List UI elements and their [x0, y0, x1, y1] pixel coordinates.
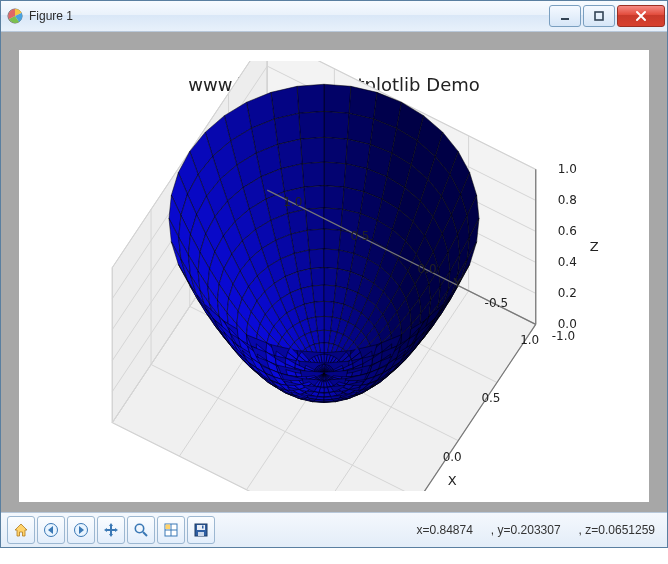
svg-marker-71	[302, 162, 324, 187]
svg-text:Z: Z	[590, 239, 599, 254]
matplotlib-icon	[7, 8, 23, 24]
svg-text:0.4: 0.4	[558, 255, 577, 269]
close-button[interactable]	[617, 5, 665, 27]
subplots-icon	[163, 522, 179, 538]
svg-text:0.8: 0.8	[558, 193, 577, 207]
svg-marker-49	[274, 113, 300, 144]
svg-marker-169	[311, 268, 324, 286]
svg-text:-0.5: -0.5	[485, 296, 508, 310]
status-x: x=0.84874	[416, 523, 472, 537]
svg-marker-168	[324, 268, 337, 286]
svg-marker-147	[324, 249, 339, 269]
status-y: , y=0.203307	[491, 523, 561, 537]
zoom-button[interactable]	[127, 516, 155, 544]
titlebar: Figure 1	[1, 1, 667, 32]
svg-line-639	[143, 532, 147, 536]
svg-point-638	[135, 524, 143, 532]
pan-button[interactable]	[97, 516, 125, 544]
svg-marker-87	[304, 186, 324, 210]
svg-text:Y: Y	[453, 275, 462, 290]
zoom-icon	[133, 522, 149, 538]
svg-marker-194	[312, 285, 324, 302]
forward-icon	[73, 522, 89, 538]
save-button[interactable]	[187, 516, 215, 544]
svg-rect-643	[166, 525, 171, 530]
svg-marker-60	[346, 139, 371, 169]
nav-toolbar: x=0.84874 , y=0.203307 , z=0.0651259	[1, 512, 667, 547]
svg-marker-46	[324, 111, 349, 139]
svg-marker-195	[324, 285, 336, 302]
forward-button[interactable]	[67, 516, 95, 544]
svg-text:0.0: 0.0	[558, 317, 577, 331]
svg-marker-75	[281, 164, 304, 192]
cursor-status: x=0.84874 , y=0.203307 , z=0.0651259	[416, 523, 661, 537]
back-button[interactable]	[37, 516, 65, 544]
svg-marker-86	[324, 186, 344, 210]
svg-marker-70	[324, 162, 346, 187]
svg-marker-47	[299, 111, 324, 139]
subplots-button[interactable]	[157, 516, 185, 544]
plot-3d: www.jb51.net - matplotlib Demo -1.0-0.50…	[54, 61, 614, 491]
svg-text:0.2: 0.2	[558, 286, 577, 300]
svg-text:0.6: 0.6	[558, 224, 577, 238]
svg-marker-57	[300, 137, 324, 163]
maximize-button[interactable]	[583, 5, 615, 27]
svg-marker-74	[344, 164, 367, 192]
svg-rect-2	[595, 12, 603, 20]
svg-marker-126	[324, 229, 341, 250]
svg-marker-146	[309, 249, 324, 269]
svg-marker-106	[305, 208, 324, 230]
svg-rect-1	[561, 18, 569, 20]
home-button[interactable]	[7, 516, 35, 544]
svg-text:1.0: 1.0	[520, 333, 539, 347]
figure-canvas[interactable]: www.jb51.net - matplotlib Demo -1.0-0.50…	[19, 50, 649, 502]
svg-marker-39	[297, 84, 324, 113]
minimize-button[interactable]	[549, 5, 581, 27]
svg-rect-646	[198, 532, 204, 536]
svg-rect-647	[202, 526, 204, 529]
svg-rect-645	[197, 525, 205, 530]
home-icon	[13, 522, 29, 538]
svg-text:0.5: 0.5	[481, 391, 500, 405]
svg-text:-1.0: -1.0	[552, 329, 575, 343]
figure-window: Figure 1 www.jb51.net - matplotlib Demo …	[0, 0, 668, 548]
svg-marker-38	[324, 84, 351, 113]
figure-client: www.jb51.net - matplotlib Demo -1.0-0.50…	[1, 32, 667, 512]
svg-text:1.0: 1.0	[558, 162, 577, 176]
window-title: Figure 1	[29, 9, 73, 23]
svg-marker-61	[278, 139, 303, 169]
svg-text:0.5: 0.5	[350, 229, 369, 243]
save-icon	[193, 522, 209, 538]
svg-marker-56	[324, 137, 348, 163]
svg-text:0.0: 0.0	[418, 262, 437, 276]
svg-marker-48	[348, 113, 374, 144]
svg-text:1.0: 1.0	[283, 195, 302, 209]
status-z: , z=0.0651259	[579, 523, 655, 537]
svg-marker-127	[307, 229, 324, 250]
svg-text:X: X	[448, 473, 457, 488]
svg-marker-91	[343, 187, 364, 213]
back-icon	[43, 522, 59, 538]
svg-text:0.0: 0.0	[443, 450, 462, 464]
pan-icon	[103, 522, 119, 538]
